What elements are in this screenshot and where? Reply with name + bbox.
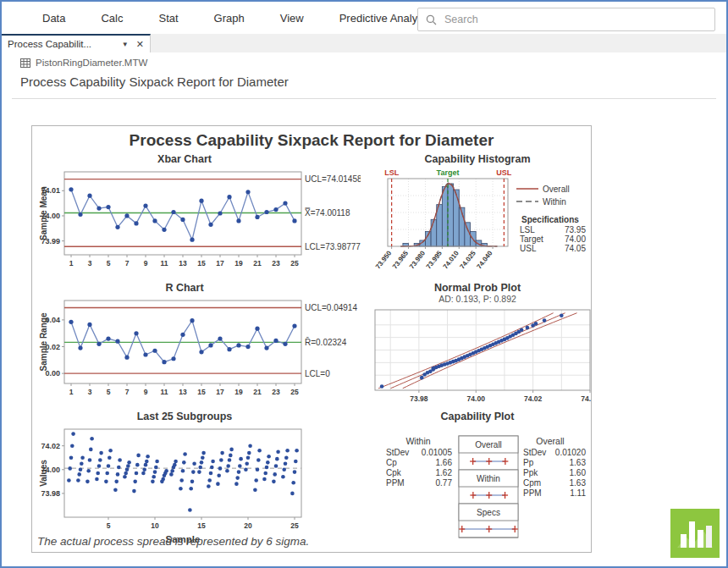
svg-text:17: 17 (216, 259, 224, 267)
svg-text:74.02: 74.02 (41, 442, 60, 450)
app-window: Data Calc Stat Graph View Predictive Ana… (0, 0, 728, 568)
last25-subgroups-chart: Last 25 Subgroups 73.9874.0074.025101520… (39, 411, 361, 548)
footnote: The actual process spread is represented… (37, 535, 309, 548)
svg-text:74.02: 74.02 (524, 394, 543, 403)
svg-text:1.66: 1.66 (436, 458, 453, 467)
r-chart: R Chart 0.000.020.0413579111315171921232… (39, 282, 361, 411)
svg-text:73.98: 73.98 (41, 489, 60, 498)
svg-text:19: 19 (234, 259, 243, 267)
svg-text:74.025: 74.025 (459, 249, 477, 270)
graph-tool-icon[interactable] (670, 509, 720, 558)
svg-text:20: 20 (244, 521, 252, 530)
svg-text:LCL=0: LCL=0 (305, 369, 330, 378)
svg-text:Pp: Pp (523, 458, 534, 467)
svg-text:UCL=74.01458: UCL=74.01458 (305, 174, 361, 184)
chevron-down-icon[interactable]: ▼ (122, 41, 129, 48)
svg-text:5: 5 (107, 388, 111, 396)
tab-process-capability[interactable]: Process Capabilit... ▼ ✕ (2, 34, 151, 52)
menu-bar: Data Calc Stat Graph View Predictive Ana… (2, 2, 413, 34)
svg-text:0.01005: 0.01005 (422, 448, 453, 457)
svg-text:Specs: Specs (477, 508, 500, 517)
svg-text:10: 10 (151, 521, 159, 530)
svg-text:5: 5 (107, 259, 111, 267)
search-icon (426, 14, 437, 25)
svg-text:74.05: 74.05 (565, 244, 586, 253)
svg-text:15: 15 (197, 388, 206, 396)
svg-text:73.980: 73.980 (408, 249, 427, 270)
close-icon[interactable]: ✕ (136, 39, 144, 50)
svg-text:Overall: Overall (543, 185, 570, 194)
svg-text:9: 9 (144, 259, 148, 267)
page-title: Process Capability Sixpack Report for Di… (20, 74, 289, 89)
tab-bar: Process Capabilit... ▼ ✕ (2, 34, 726, 52)
svg-text:Values: Values (39, 460, 48, 487)
svg-text:5: 5 (107, 521, 111, 530)
svg-text:StDev: StDev (386, 448, 409, 457)
svg-text:USL: USL (520, 244, 537, 253)
svg-text:USL: USL (496, 168, 512, 177)
svg-text:Sample Mean: Sample Mean (39, 186, 48, 240)
last25-title: Last 25 Subgroups (39, 411, 330, 424)
svg-text:11: 11 (161, 259, 168, 267)
svg-text:1: 1 (69, 259, 74, 267)
menu-item-view[interactable]: View (280, 12, 304, 25)
menu-item-stat[interactable]: Stat (158, 12, 178, 25)
svg-text:21: 21 (253, 388, 262, 396)
sixpack-report-figure[interactable]: Process Capability Sixpack Report for Di… (31, 125, 592, 553)
xbar-chart: Xbar Chart 73.9974.0074.0113579111315171… (39, 153, 361, 282)
worksheet-name: PistonRingDiameter.MTW (36, 58, 147, 68)
svg-text:0.77: 0.77 (436, 478, 453, 488)
svg-text:StDev: StDev (523, 448, 546, 457)
svg-text:Overall: Overall (536, 436, 564, 446)
svg-text:1.62: 1.62 (436, 468, 453, 477)
tab-label: Process Capabilit... (8, 39, 115, 49)
svg-text:73.965: 73.965 (391, 249, 410, 270)
svg-text:13: 13 (179, 259, 187, 267)
svg-text:11: 11 (161, 388, 168, 396)
svg-text:13: 13 (179, 388, 187, 396)
svg-text:1: 1 (69, 388, 74, 396)
menu-item-data[interactable]: Data (42, 12, 65, 25)
menu-item-calc[interactable]: Calc (101, 12, 123, 25)
svg-text:X̿=74.00118: X̿=74.00118 (305, 207, 350, 218)
report-title: Process Capability Sixpack Report for Di… (32, 131, 591, 150)
svg-text:0.01020: 0.01020 (555, 448, 587, 457)
svg-text:15: 15 (197, 521, 206, 530)
worksheet-row[interactable]: PistonRingDiameter.MTW (20, 58, 147, 68)
search-box[interactable] (417, 8, 715, 31)
svg-text:Cpk: Cpk (386, 468, 402, 477)
svg-text:1.11: 1.11 (570, 488, 586, 498)
svg-text:73.950: 73.950 (374, 249, 393, 270)
svg-text:73.98: 73.98 (410, 394, 428, 403)
svg-text:21: 21 (253, 259, 262, 267)
svg-text:LCL=73.98777: LCL=73.98777 (305, 242, 361, 251)
svg-text:1.63: 1.63 (570, 458, 587, 467)
last25-plot: 73.9874.0074.02510152025SampleValues (39, 424, 361, 548)
capability-plot-title: Capability Plot (364, 411, 591, 424)
svg-text:74.010: 74.010 (442, 249, 461, 270)
menu-item-graph[interactable]: Graph (214, 12, 245, 25)
svg-text:PPM: PPM (523, 488, 542, 498)
svg-text:LSL: LSL (520, 225, 535, 234)
svg-text:Within: Within (477, 474, 500, 483)
svg-text:74.00: 74.00 (467, 394, 486, 403)
svg-text:Within: Within (543, 197, 566, 207)
svg-text:1.60: 1.60 (570, 468, 587, 477)
xbar-chart-title: Xbar Chart (39, 153, 330, 167)
svg-text:UCL=0.04914: UCL=0.04914 (305, 303, 357, 312)
svg-text:7: 7 (125, 388, 130, 396)
svg-text:23: 23 (272, 388, 280, 396)
svg-text:74.040: 74.040 (476, 249, 494, 270)
svg-text:Cp: Cp (386, 458, 397, 467)
r-chart-plot: 0.000.020.04135791113151719212325UCL=0.0… (39, 295, 361, 409)
svg-text:7: 7 (125, 259, 130, 267)
svg-text:PPM: PPM (386, 478, 405, 488)
svg-text:1.63: 1.63 (570, 478, 587, 488)
capability-plot: Capability Plot OverallWithinSpecsWithin… (364, 411, 591, 548)
prob-plot-plot: 73.9874.0074.0274.04 (364, 305, 591, 408)
svg-text:Target: Target (437, 168, 460, 177)
divider (12, 98, 716, 99)
svg-text:R̄=0.02324: R̄=0.02324 (305, 337, 347, 347)
r-chart-title: R Chart (39, 282, 330, 295)
search-input[interactable] (443, 13, 714, 26)
